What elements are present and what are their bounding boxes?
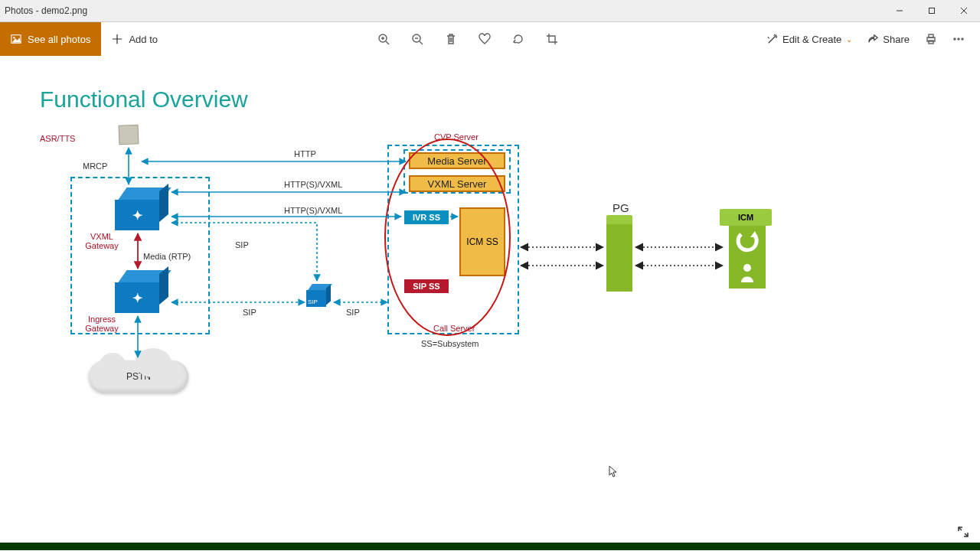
crop-button[interactable] <box>546 33 558 45</box>
magic-icon <box>767 34 778 44</box>
add-to-button[interactable]: Add to <box>101 22 168 56</box>
svg-rect-7 <box>929 41 933 44</box>
see-all-photos-button[interactable]: See all photos <box>0 22 101 56</box>
more-button[interactable] <box>952 33 965 45</box>
diagram-image: Functional Overview ASR/TTS MRCP ✦ VXML … <box>40 86 821 408</box>
favorite-button[interactable] <box>479 33 491 45</box>
maximize-button[interactable] <box>916 0 948 21</box>
share-button[interactable]: Share <box>867 34 910 45</box>
picture-icon <box>11 34 21 44</box>
edit-create-label: Edit & Create <box>782 34 841 45</box>
photo-viewer[interactable]: Functional Overview ASR/TTS MRCP ✦ VXML … <box>0 56 980 550</box>
toolbar: See all photos Add to Edit & Create ⌄ Sh… <box>0 22 980 56</box>
svg-point-9 <box>958 38 959 40</box>
cursor-icon <box>609 465 618 478</box>
rotate-button[interactable] <box>512 33 524 45</box>
svg-point-10 <box>962 38 963 40</box>
delete-button[interactable] <box>445 33 457 45</box>
chevron-down-icon: ⌄ <box>846 35 852 44</box>
diagram-connectors <box>40 86 821 408</box>
zoom-out-button[interactable] <box>411 33 423 45</box>
add-to-label: Add to <box>129 34 158 45</box>
print-button[interactable] <box>925 33 937 45</box>
svg-rect-6 <box>929 34 933 37</box>
close-button[interactable] <box>948 0 980 21</box>
share-icon <box>867 34 878 44</box>
plus-icon <box>112 34 122 44</box>
edit-create-button[interactable]: Edit & Create ⌄ <box>767 34 852 45</box>
window-title: Photos - demo2.png <box>5 5 87 16</box>
share-label: Share <box>883 34 910 45</box>
see-all-photos-label: See all photos <box>28 34 90 45</box>
svg-point-2 <box>13 37 15 38</box>
fullscreen-button[interactable] <box>957 526 969 538</box>
svg-point-8 <box>954 38 956 40</box>
bottom-bar <box>0 543 980 550</box>
zoom-in-button[interactable] <box>377 33 390 45</box>
svg-rect-0 <box>929 8 935 14</box>
minimize-button[interactable] <box>884 0 916 21</box>
title-bar: Photos - demo2.png <box>0 0 980 21</box>
